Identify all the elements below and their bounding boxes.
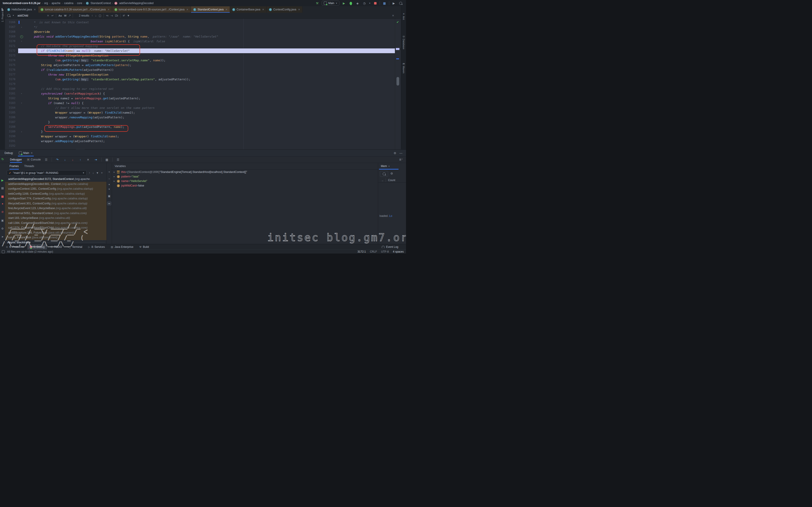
line-number[interactable]: 3186 (5, 115, 18, 120)
code-line[interactable]: 3182 String name2 = servletMappings.get(… (5, 96, 401, 101)
pause-icon-bar2[interactable] (3, 187, 3, 189)
close-icon[interactable]: ✕ (107, 8, 109, 11)
layout-icon[interactable]: ☰ (44, 158, 48, 161)
line-number[interactable]: 3192 (5, 144, 18, 148)
editor-tab[interactable]: CHelloServlet.java✕ (5, 6, 38, 13)
tool-window-button-todo[interactable]: ☰TODO (48, 244, 64, 250)
code-line[interactable]: 3179 (5, 82, 401, 87)
close-icon[interactable]: ✕ (34, 8, 36, 11)
stop-button[interactable] (373, 1, 377, 5)
line-number[interactable]: 3170 (5, 39, 18, 44)
clear-search-icon[interactable]: ✕ (47, 14, 49, 17)
stack-frame[interactable]: configureContext:1391, ContextConfig (or… (5, 186, 106, 191)
code-line[interactable]: 3167▵ */ (5, 25, 401, 30)
fold-marker[interactable]: ▿ (18, 91, 25, 96)
evaluate-expression-button[interactable]: ▦ (105, 158, 109, 161)
fold-marker[interactable]: ▵ (18, 129, 25, 134)
scrollbar-thumb[interactable] (397, 77, 399, 86)
variable-row[interactable]: pjspWildCard = false (111, 183, 378, 188)
prev-frame-icon[interactable]: ↑ (89, 171, 90, 174)
add-occurrence-icon[interactable]: +ᵻ (106, 14, 108, 17)
sidebar-item-project[interactable]: ▙ 1: Project (0, 8, 5, 22)
code-line[interactable]: 3170▿ boolean ispWildCard) { ispWildCard… (5, 39, 401, 44)
stack-frame[interactable]: addServletMappingDecoded:881, Context (o… (5, 182, 106, 187)
search-toggle-w[interactable]: W (64, 14, 67, 17)
select-all-occurrences-icon[interactable]: ☑ᵻ (115, 14, 118, 17)
tool-window-button-java-enterprise[interactable]: ▤Java Enterprise (108, 244, 136, 250)
search-history-chevron-icon[interactable]: ▼ (12, 14, 14, 16)
stack-frame[interactable]: call:1384, ContainerBase$StartChild (org… (5, 221, 106, 226)
search-toggle-aa[interactable]: Aa (58, 14, 62, 17)
sidebar-item-maven[interactable]: m Maven (401, 62, 406, 73)
line-number[interactable]: 3166 (5, 20, 18, 25)
code-line[interactable]: 3173 throw new IllegalArgumentException (5, 53, 401, 58)
run-config-selector[interactable]: Main ▼ (322, 1, 339, 6)
scroll-up-icon[interactable]: ▲ (107, 183, 112, 185)
code-line[interactable]: 3192 (5, 144, 401, 148)
debugger-tab-debugger[interactable]: Debugger (10, 156, 22, 163)
expand-chevron-icon[interactable]: ▸ (114, 180, 117, 182)
debug-settings-gear-icon[interactable]: ⚙ (0, 227, 5, 230)
code-line[interactable]: 3185 Wrapper wrapper = (Wrapper) findChi… (5, 110, 401, 115)
search-toggle-[interactable]: .* (69, 14, 71, 17)
tool-window-button-build[interactable]: ⚒Build (137, 244, 151, 250)
code-line[interactable]: 3190 Wrapper wrapper = (Wrapper) findChi… (5, 134, 401, 139)
tool-window-button-8-services[interactable]: ▷8: Services (86, 244, 107, 250)
stack-frame[interactable]: startInternal:5051, StandardContext (org… (5, 211, 106, 216)
code-editor[interactable]: 3166 * is not known to this Context3167▵… (5, 18, 401, 150)
load-link[interactable]: Lo (389, 214, 392, 218)
code-line[interactable]: 3178 (sm.getString(key: "standardContext… (5, 77, 401, 82)
scroll-down-icon[interactable]: ▼ (107, 188, 112, 190)
close-icon[interactable]: ✕ (225, 8, 227, 11)
inspections-ok-icon[interactable]: ✔ (397, 20, 399, 24)
editor-scroll-stripe[interactable]: ✔ (395, 18, 401, 150)
tab-frames[interactable]: Frames (9, 163, 19, 170)
stack-frame[interactable]: webConfig:1168, ContextConfig (org.apach… (5, 191, 106, 196)
current-line-marker[interactable] (396, 48, 399, 50)
breadcrumb-item[interactable]: tomcat-embed-core-9.0.26.jar (3, 2, 41, 5)
line-number[interactable]: 3187 (5, 120, 18, 124)
sidebar-item-ant[interactable]: ✳ Ant (401, 13, 406, 20)
fold-marker[interactable]: ▿ (18, 39, 25, 44)
code-line[interactable]: 3183▿ if (name2 != null) { (5, 101, 401, 106)
add-icon[interactable]: + (107, 170, 112, 174)
stack-frame[interactable]: run$$$capture:266, FutureTask (java.util… (5, 230, 106, 235)
stop-debug-button[interactable] (1, 195, 4, 198)
step-over-button[interactable]: ↷ (55, 158, 60, 161)
remove-icon[interactable]: − (107, 177, 112, 180)
line-number[interactable]: 3177 (5, 72, 18, 77)
line-number[interactable]: 3172 (5, 48, 18, 53)
code-line[interactable]: 3189▵ } (5, 129, 401, 134)
line-number[interactable]: 3189 (5, 129, 18, 134)
event-log-button[interactable]: Event Log (382, 245, 398, 248)
add-icon[interactable]: + (101, 171, 103, 174)
status-widget[interactable]: UTF-8 (381, 250, 389, 253)
sidebar-item-database[interactable]: ⛁ Database (401, 35, 406, 49)
breadcrumb-item[interactable]: catalina (64, 2, 73, 5)
expand-chevron-icon[interactable]: ▸ (114, 171, 117, 173)
layout-toggle-icon[interactable] (2, 250, 5, 253)
fold-marker[interactable]: ▿ (18, 101, 25, 106)
line-number[interactable]: 3182 (5, 96, 18, 101)
drop-frame-button[interactable]: ✕ (86, 158, 90, 161)
profiler-chevron-icon[interactable]: ▼ (369, 2, 371, 4)
profiler-button[interactable]: ◷ (362, 1, 367, 5)
tool-window-button-5-debug[interactable]: 5: Debug (28, 244, 47, 250)
code-line[interactable]: 3186 wrapper.removeMapping(adjustedPatte… (5, 115, 401, 120)
layout-settings-icon[interactable]: ≣⁺ (399, 158, 403, 161)
run-anything-icon[interactable]: ▶ (392, 1, 396, 5)
stack-frame[interactable]: configureStart:774, ContextConfig (org.a… (5, 196, 106, 201)
find-all-icon[interactable]: ▢ (99, 14, 101, 17)
newline-icon[interactable]: ↵ (51, 14, 54, 17)
editor-tab[interactable]: Itomcat-embed-core-9.0.26-sources.jar!/.… (112, 6, 191, 13)
caret-marker[interactable] (396, 58, 399, 59)
line-number[interactable]: 3191 (5, 139, 18, 144)
editor-tab[interactable]: CStandardContext.java✕ (191, 6, 230, 13)
close-icon[interactable]: ✕ (262, 8, 264, 11)
line-number[interactable]: 3184 (5, 106, 18, 110)
status-widget[interactable]: CRLF (370, 250, 377, 253)
pin-icon[interactable]: ➤ (0, 235, 5, 238)
line-number[interactable]: 3178 (5, 77, 18, 82)
variable-row[interactable]: ▸pname = "HelloServlet" (111, 179, 378, 183)
fold-marker[interactable]: ▵ (18, 25, 25, 30)
